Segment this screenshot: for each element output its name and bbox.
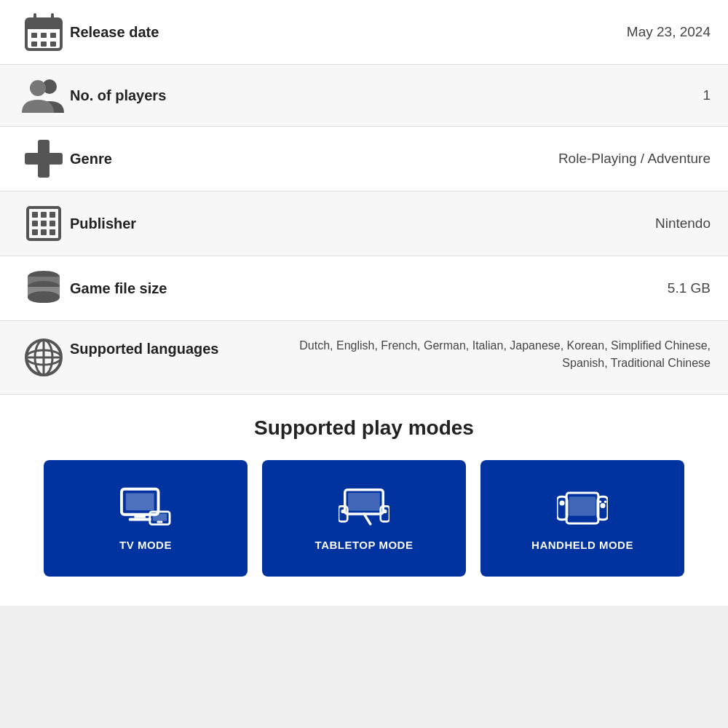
players-value: 1 xyxy=(283,87,711,103)
svg-rect-7 xyxy=(31,41,37,47)
svg-rect-15 xyxy=(32,212,38,218)
svg-rect-6 xyxy=(50,33,56,38)
languages-icon xyxy=(17,337,70,378)
players-icon xyxy=(17,78,70,113)
svg-rect-5 xyxy=(41,33,47,38)
genre-value: Role-Playing / Adventure xyxy=(283,151,711,167)
svg-rect-21 xyxy=(32,229,38,235)
svg-rect-20 xyxy=(50,221,55,226)
release-date-value: May 23, 2024 xyxy=(283,24,711,40)
svg-rect-38 xyxy=(157,521,163,523)
svg-point-52 xyxy=(599,500,602,503)
tabletop-mode-icon xyxy=(339,486,389,530)
svg-rect-40 xyxy=(348,493,380,511)
svg-rect-17 xyxy=(50,212,55,218)
svg-rect-35 xyxy=(129,518,151,521)
svg-point-53 xyxy=(604,500,607,503)
svg-point-51 xyxy=(601,503,606,508)
release-date-row: Release date May 23, 2024 xyxy=(0,0,728,65)
handheld-mode-label: HANDHELD MODE xyxy=(531,539,633,551)
play-modes-title: Supported play modes xyxy=(17,416,711,440)
handheld-mode-card: HANDHELD MODE xyxy=(480,460,684,577)
genre-icon xyxy=(17,140,70,178)
svg-rect-13 xyxy=(25,153,63,165)
languages-value: Dutch, English, French, German, Italian,… xyxy=(283,337,711,372)
svg-line-41 xyxy=(364,513,371,523)
modes-grid: TV MODE TABLETOP MODE xyxy=(17,460,711,577)
players-label: No. of players xyxy=(70,87,283,104)
tv-mode-label: TV MODE xyxy=(119,539,172,551)
play-modes-section: Supported play modes TV MODE xyxy=(0,395,728,606)
file-size-value: 5.1 GB xyxy=(283,280,711,296)
svg-point-26 xyxy=(28,291,60,303)
svg-rect-1 xyxy=(26,19,61,29)
release-date-label: Release date xyxy=(70,24,283,41)
svg-point-45 xyxy=(383,509,387,513)
publisher-row: Publisher Nintendo xyxy=(0,191,728,256)
calendar-icon xyxy=(17,13,70,51)
svg-point-43 xyxy=(341,509,345,513)
svg-rect-16 xyxy=(41,212,47,218)
svg-rect-49 xyxy=(569,496,596,515)
languages-label: Supported languages xyxy=(70,337,283,359)
svg-rect-8 xyxy=(41,41,47,47)
svg-rect-9 xyxy=(50,41,56,47)
publisher-icon xyxy=(17,205,70,242)
svg-rect-18 xyxy=(32,221,38,226)
tabletop-mode-card: TABLETOP MODE xyxy=(262,460,466,577)
svg-rect-22 xyxy=(41,229,47,235)
file-size-row: Game file size 5.1 GB xyxy=(0,256,728,321)
file-size-label: Game file size xyxy=(70,280,283,297)
tabletop-mode-label: TABLETOP MODE xyxy=(315,539,414,551)
svg-rect-23 xyxy=(50,229,55,235)
languages-row: Supported languages Dutch, English, Fren… xyxy=(0,321,728,395)
tv-mode-icon xyxy=(120,486,171,530)
players-row: No. of players 1 xyxy=(0,65,728,127)
svg-rect-19 xyxy=(41,221,47,226)
svg-point-47 xyxy=(560,500,565,505)
publisher-value: Nintendo xyxy=(283,215,711,232)
handheld-mode-icon xyxy=(557,486,608,530)
svg-rect-4 xyxy=(31,33,37,38)
genre-label: Genre xyxy=(70,151,283,167)
genre-row: Genre Role-Playing / Adventure xyxy=(0,127,728,191)
publisher-label: Publisher xyxy=(70,215,283,232)
tv-mode-card: TV MODE xyxy=(44,460,248,577)
svg-rect-37 xyxy=(153,513,167,521)
svg-point-11 xyxy=(30,80,46,96)
svg-rect-34 xyxy=(134,514,146,518)
svg-rect-33 xyxy=(126,493,154,510)
filesize-icon xyxy=(17,269,70,307)
